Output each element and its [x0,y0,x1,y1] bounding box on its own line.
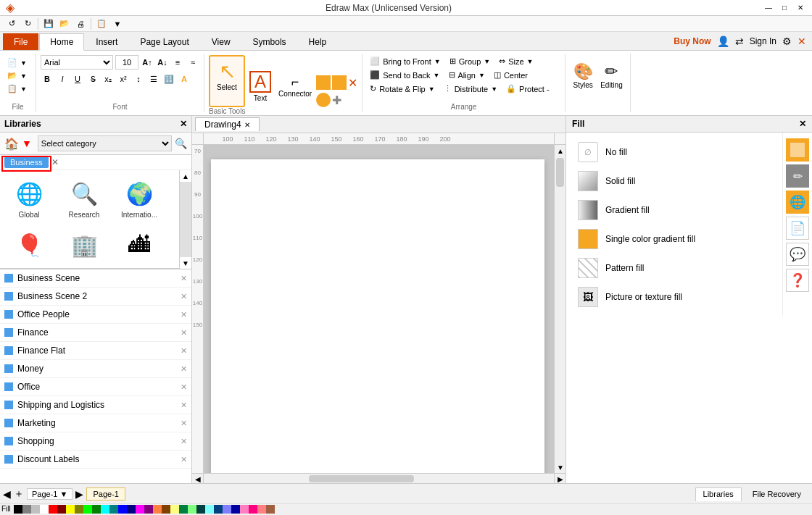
drawing-tab-main[interactable]: Drawing4 ✕ [195,117,260,131]
color-swatch[interactable] [22,505,31,514]
fill-side-btn-4[interactable]: 📄 [786,217,809,240]
nav-dropdown[interactable]: Select category [38,135,172,151]
color-swatch[interactable] [249,505,257,514]
library-item-finance[interactable]: Finance ✕ [0,324,191,342]
icon-item-building1[interactable]: 🏢 [58,225,110,265]
fill-side-btn-6[interactable]: ❓ [786,269,809,292]
tab-file[interactable]: File [3,33,38,50]
search-button[interactable]: 🔍 [175,138,187,149]
sign-in-button[interactable]: Sign In [750,36,776,46]
page-add-button[interactable]: ＋ [14,487,24,501]
copy-button[interactable]: 📋 [94,17,109,30]
color-swatch[interactable] [205,505,214,514]
close-ribbon-icon[interactable]: ✕ [798,35,806,47]
icon-item-international[interactable]: 🌍 Internatio... [113,173,165,222]
font-color-button[interactable]: A [178,72,191,85]
library-item-discount[interactable]: Discount Labels ✕ [0,451,191,469]
styles-button[interactable]: 🎨 Styles [570,55,596,97]
vscroll-thumb[interactable] [556,158,564,187]
list-button[interactable]: ☰ [147,72,160,85]
select-tool-button[interactable]: ↖ Select [209,55,245,107]
subscript-button[interactable]: x₂ [102,72,115,85]
color-swatch[interactable] [83,505,92,514]
color-swatch[interactable] [136,505,144,514]
libraries-close-icon[interactable]: ✕ [180,119,187,129]
vscroll-up-button[interactable]: ▲ [555,145,566,156]
fill-option-picture[interactable]: 🖼 Picture or texture fill [572,283,776,311]
library-item-close-6[interactable]: ✕ [181,364,187,374]
library-item-office-people[interactable]: Office People ✕ [0,306,191,324]
library-item-close-2[interactable]: ✕ [181,292,187,301]
color-swatch[interactable] [127,505,136,514]
page-prev-button[interactable]: ◀ [3,488,11,500]
library-item-close-10[interactable]: ✕ [181,437,187,446]
icon-item-balloon[interactable]: 🎈 [3,225,55,265]
color-swatch[interactable] [214,505,223,514]
color-swatch[interactable] [170,505,179,514]
close-button[interactable]: ✕ [795,2,806,14]
delete-shape-button[interactable]: ✕ [348,76,357,90]
category-close-button[interactable]: ✕ [51,157,59,167]
tab-help[interactable]: Help [298,33,338,50]
center-button[interactable]: ◫ Center [491,69,531,81]
font-family-select[interactable]: Arial [41,55,113,70]
share-icon[interactable]: ⇄ [735,35,744,47]
line-spacing-button[interactable]: ↕ [132,72,145,85]
library-item-finance-flat[interactable]: Finance Flat ✕ [0,342,191,360]
color-swatch[interactable] [92,505,101,514]
color-swatch[interactable] [153,505,162,514]
library-item-close-11[interactable]: ✕ [181,455,187,464]
new-button[interactable]: 📄▼ [4,56,30,69]
library-item-close-9[interactable]: ✕ [181,419,187,428]
scroll-down-button[interactable]: ▼ [180,257,191,269]
fill-shape-button[interactable] [332,75,347,90]
color-swatch[interactable] [223,505,231,514]
library-item-close-8[interactable]: ✕ [181,401,187,410]
library-item-shipping[interactable]: Shipping and Logistics ✕ [0,396,191,414]
align-button[interactable]: ⊟ Align ▼ [446,69,488,81]
underline-button[interactable]: U [71,72,84,85]
color-swatch[interactable] [101,505,109,514]
color-swatch[interactable] [231,505,240,514]
library-item-close-7[interactable]: ✕ [181,382,187,392]
hscroll-thumb[interactable] [309,475,414,482]
page-next-button[interactable]: ▶ [75,488,83,500]
open-button[interactable]: 📂 [57,17,72,30]
color-swatch[interactable] [57,505,66,514]
send-to-back-button[interactable]: ⬛ Send to Back ▼ [367,69,442,81]
color-swatch[interactable] [40,505,49,514]
account-icon[interactable]: 👤 [717,35,729,47]
maximize-button[interactable]: □ [779,2,790,14]
library-item-business-scene-2[interactable]: Business Scene 2 ✕ [0,288,191,306]
fill-label[interactable]: Fill [1,505,11,513]
library-item-business-scene[interactable]: Business Scene ✕ [0,269,191,288]
color-swatch[interactable] [196,505,205,514]
strikethrough-button[interactable]: S̶ [86,72,99,85]
connector-tool-button[interactable]: ⌐ Connector [276,65,315,107]
font-size-input[interactable] [115,55,138,70]
fill-option-gradient[interactable]: Gradient fill [572,196,776,224]
library-item-close-4[interactable]: ✕ [181,328,187,338]
group-button[interactable]: ⊞ Group ▼ [447,55,494,67]
undo-button[interactable]: ↺ [4,17,19,30]
open-doc-button[interactable]: 📂▼ [4,70,30,82]
more-qa-button[interactable]: ▼ [110,17,125,30]
library-item-shopping[interactable]: Shopping ✕ [0,432,191,451]
library-item-close-3[interactable]: ✕ [181,310,187,319]
color-swatch[interactable] [31,505,40,514]
fill-option-none[interactable]: ∅ No fill [572,138,776,166]
home-icon[interactable]: 🏠 [4,137,19,151]
library-item-close-5[interactable]: ✕ [181,346,187,356]
color-swatch[interactable] [257,505,266,514]
color-swatch[interactable] [162,505,170,514]
color-swatch[interactable] [49,505,57,514]
rect-shape-button[interactable] [316,75,331,90]
fill-side-btn-5[interactable]: 💬 [786,243,809,266]
vertical-scrollbar[interactable]: ▲ ▼ [554,145,566,473]
rotate-flip-button[interactable]: ↻ Rotate & Flip ▼ [367,83,438,95]
distribute-button[interactable]: ⋮ Distribute ▼ [441,83,500,95]
more-font-button[interactable]: ≈ [186,56,199,69]
color-swatch[interactable] [109,505,118,514]
tab-libraries[interactable]: Libraries [695,487,742,501]
number-list-button[interactable]: 🔢 [162,72,175,85]
